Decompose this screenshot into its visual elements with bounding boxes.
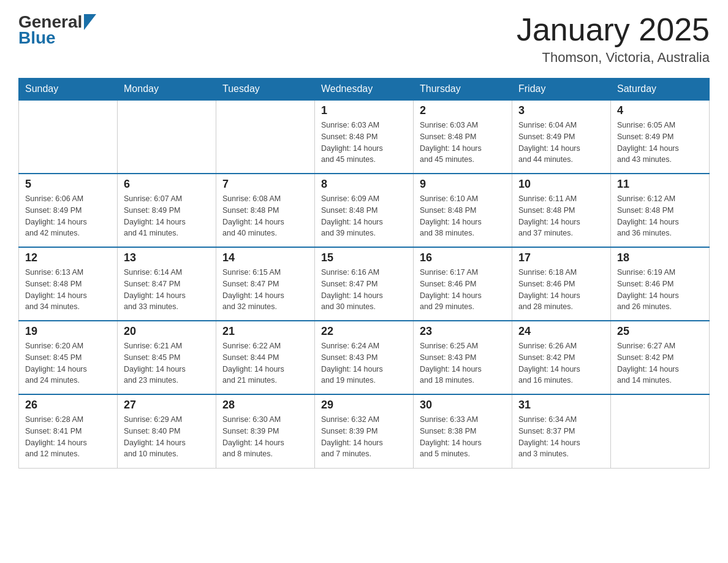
day-info: Sunrise: 6:14 AM Sunset: 8:47 PM Dayligh… [124, 267, 210, 313]
day-number: 6 [124, 178, 210, 191]
calendar-day-header: Thursday [414, 79, 512, 101]
day-number: 24 [518, 325, 604, 338]
day-number: 2 [420, 104, 506, 117]
calendar-cell: 24Sunrise: 6:26 AM Sunset: 8:42 PM Dayli… [512, 321, 611, 394]
day-number: 28 [222, 399, 308, 412]
day-info: Sunrise: 6:15 AM Sunset: 8:47 PM Dayligh… [222, 267, 308, 313]
calendar-cell: 18Sunrise: 6:19 AM Sunset: 8:46 PM Dayli… [611, 247, 710, 321]
day-info: Sunrise: 6:24 AM Sunset: 8:43 PM Dayligh… [321, 340, 407, 386]
day-info: Sunrise: 6:32 AM Sunset: 8:39 PM Dayligh… [321, 414, 407, 460]
day-number: 15 [321, 251, 407, 264]
day-number: 10 [518, 178, 604, 191]
day-info: Sunrise: 6:03 AM Sunset: 8:48 PM Dayligh… [321, 120, 407, 166]
day-number: 27 [124, 399, 210, 412]
month-title: January 2025 [517, 12, 710, 47]
day-number: 16 [420, 251, 506, 264]
day-number: 30 [420, 399, 506, 412]
day-info: Sunrise: 6:27 AM Sunset: 8:42 PM Dayligh… [617, 340, 703, 386]
location-title: Thomson, Victoria, Australia [517, 50, 710, 66]
calendar-cell: 22Sunrise: 6:24 AM Sunset: 8:43 PM Dayli… [315, 321, 414, 394]
day-number: 18 [617, 251, 703, 264]
day-info: Sunrise: 6:16 AM Sunset: 8:47 PM Dayligh… [321, 267, 407, 313]
day-number: 7 [222, 178, 308, 191]
calendar-week-row: 26Sunrise: 6:28 AM Sunset: 8:41 PM Dayli… [19, 394, 710, 468]
day-number: 22 [321, 325, 407, 338]
day-number: 9 [420, 178, 506, 191]
day-number: 26 [25, 399, 111, 412]
calendar-cell: 16Sunrise: 6:17 AM Sunset: 8:46 PM Dayli… [414, 247, 512, 321]
calendar-cell: 1Sunrise: 6:03 AM Sunset: 8:48 PM Daylig… [315, 100, 414, 174]
calendar-day-header: Monday [118, 79, 216, 101]
calendar-cell: 10Sunrise: 6:11 AM Sunset: 8:48 PM Dayli… [512, 174, 611, 247]
day-number: 13 [124, 251, 210, 264]
day-number: 20 [124, 325, 210, 338]
calendar-cell: 28Sunrise: 6:30 AM Sunset: 8:39 PM Dayli… [216, 394, 315, 468]
calendar-table: SundayMondayTuesdayWednesdayThursdayFrid… [18, 78, 710, 469]
day-info: Sunrise: 6:04 AM Sunset: 8:49 PM Dayligh… [518, 120, 604, 166]
day-info: Sunrise: 6:18 AM Sunset: 8:46 PM Dayligh… [518, 267, 604, 313]
calendar-cell: 6Sunrise: 6:07 AM Sunset: 8:49 PM Daylig… [118, 174, 216, 247]
day-info: Sunrise: 6:22 AM Sunset: 8:44 PM Dayligh… [222, 340, 308, 386]
day-info: Sunrise: 6:26 AM Sunset: 8:42 PM Dayligh… [518, 340, 604, 386]
logo: General Blue [18, 12, 96, 48]
day-info: Sunrise: 6:05 AM Sunset: 8:49 PM Dayligh… [617, 120, 703, 166]
calendar-day-header: Sunday [19, 79, 118, 101]
day-number: 31 [518, 399, 604, 412]
day-number: 23 [420, 325, 506, 338]
calendar-cell: 30Sunrise: 6:33 AM Sunset: 8:38 PM Dayli… [414, 394, 512, 468]
day-info: Sunrise: 6:17 AM Sunset: 8:46 PM Dayligh… [420, 267, 506, 313]
day-info: Sunrise: 6:34 AM Sunset: 8:37 PM Dayligh… [518, 414, 604, 460]
day-number: 12 [25, 251, 111, 264]
day-info: Sunrise: 6:09 AM Sunset: 8:48 PM Dayligh… [321, 193, 407, 239]
calendar-cell [216, 100, 315, 174]
day-info: Sunrise: 6:07 AM Sunset: 8:49 PM Dayligh… [124, 193, 210, 239]
calendar-cell: 20Sunrise: 6:21 AM Sunset: 8:45 PM Dayli… [118, 321, 216, 394]
day-number: 14 [222, 251, 308, 264]
day-info: Sunrise: 6:13 AM Sunset: 8:48 PM Dayligh… [25, 267, 111, 313]
calendar-cell: 11Sunrise: 6:12 AM Sunset: 8:48 PM Dayli… [611, 174, 710, 247]
logo-blue-text: Blue [18, 28, 96, 48]
day-number: 17 [518, 251, 604, 264]
calendar-week-row: 1Sunrise: 6:03 AM Sunset: 8:48 PM Daylig… [19, 100, 710, 174]
day-number: 21 [222, 325, 308, 338]
calendar-week-row: 5Sunrise: 6:06 AM Sunset: 8:49 PM Daylig… [19, 174, 710, 247]
day-info: Sunrise: 6:33 AM Sunset: 8:38 PM Dayligh… [420, 414, 506, 460]
day-number: 8 [321, 178, 407, 191]
day-number: 11 [617, 178, 703, 191]
calendar-cell: 15Sunrise: 6:16 AM Sunset: 8:47 PM Dayli… [315, 247, 414, 321]
calendar-day-header: Friday [512, 79, 611, 101]
calendar-cell: 25Sunrise: 6:27 AM Sunset: 8:42 PM Dayli… [611, 321, 710, 394]
calendar-cell: 8Sunrise: 6:09 AM Sunset: 8:48 PM Daylig… [315, 174, 414, 247]
day-info: Sunrise: 6:08 AM Sunset: 8:48 PM Dayligh… [222, 193, 308, 239]
calendar-cell: 4Sunrise: 6:05 AM Sunset: 8:49 PM Daylig… [611, 100, 710, 174]
day-info: Sunrise: 6:12 AM Sunset: 8:48 PM Dayligh… [617, 193, 703, 239]
calendar-cell: 12Sunrise: 6:13 AM Sunset: 8:48 PM Dayli… [19, 247, 118, 321]
calendar-day-header: Wednesday [315, 79, 414, 101]
calendar-cell: 14Sunrise: 6:15 AM Sunset: 8:47 PM Dayli… [216, 247, 315, 321]
title-section: January 2025 Thomson, Victoria, Australi… [517, 12, 710, 66]
calendar-week-row: 19Sunrise: 6:20 AM Sunset: 8:45 PM Dayli… [19, 321, 710, 394]
calendar-cell: 23Sunrise: 6:25 AM Sunset: 8:43 PM Dayli… [414, 321, 512, 394]
calendar-cell: 17Sunrise: 6:18 AM Sunset: 8:46 PM Dayli… [512, 247, 611, 321]
calendar-cell: 29Sunrise: 6:32 AM Sunset: 8:39 PM Dayli… [315, 394, 414, 468]
day-info: Sunrise: 6:10 AM Sunset: 8:48 PM Dayligh… [420, 193, 506, 239]
calendar-cell: 5Sunrise: 6:06 AM Sunset: 8:49 PM Daylig… [19, 174, 118, 247]
calendar-cell: 2Sunrise: 6:03 AM Sunset: 8:48 PM Daylig… [414, 100, 512, 174]
calendar-cell: 9Sunrise: 6:10 AM Sunset: 8:48 PM Daylig… [414, 174, 512, 247]
calendar-header-row: SundayMondayTuesdayWednesdayThursdayFrid… [19, 79, 710, 101]
calendar-cell: 13Sunrise: 6:14 AM Sunset: 8:47 PM Dayli… [118, 247, 216, 321]
day-info: Sunrise: 6:19 AM Sunset: 8:46 PM Dayligh… [617, 267, 703, 313]
page-header: General Blue January 2025 Thomson, Victo… [18, 12, 710, 66]
day-number: 19 [25, 325, 111, 338]
day-number: 3 [518, 104, 604, 117]
calendar-cell: 7Sunrise: 6:08 AM Sunset: 8:48 PM Daylig… [216, 174, 315, 247]
calendar-day-header: Saturday [611, 79, 710, 101]
day-info: Sunrise: 6:29 AM Sunset: 8:40 PM Dayligh… [124, 414, 210, 460]
calendar-day-header: Tuesday [216, 79, 315, 101]
day-info: Sunrise: 6:03 AM Sunset: 8:48 PM Dayligh… [420, 120, 506, 166]
day-info: Sunrise: 6:28 AM Sunset: 8:41 PM Dayligh… [25, 414, 111, 460]
day-number: 1 [321, 104, 407, 117]
calendar-cell: 31Sunrise: 6:34 AM Sunset: 8:37 PM Dayli… [512, 394, 611, 468]
calendar-cell: 26Sunrise: 6:28 AM Sunset: 8:41 PM Dayli… [19, 394, 118, 468]
day-info: Sunrise: 6:20 AM Sunset: 8:45 PM Dayligh… [25, 340, 111, 386]
